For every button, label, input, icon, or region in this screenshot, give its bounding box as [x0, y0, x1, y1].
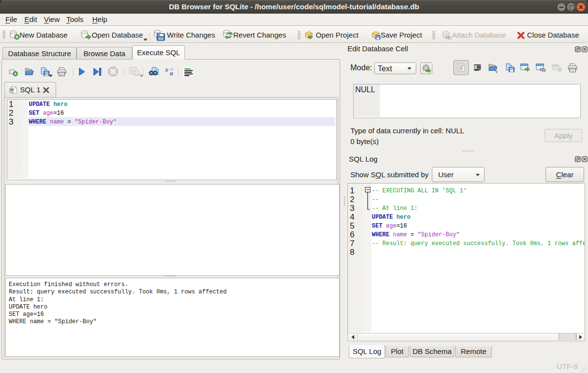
svg-text:b: b — [165, 67, 168, 73]
